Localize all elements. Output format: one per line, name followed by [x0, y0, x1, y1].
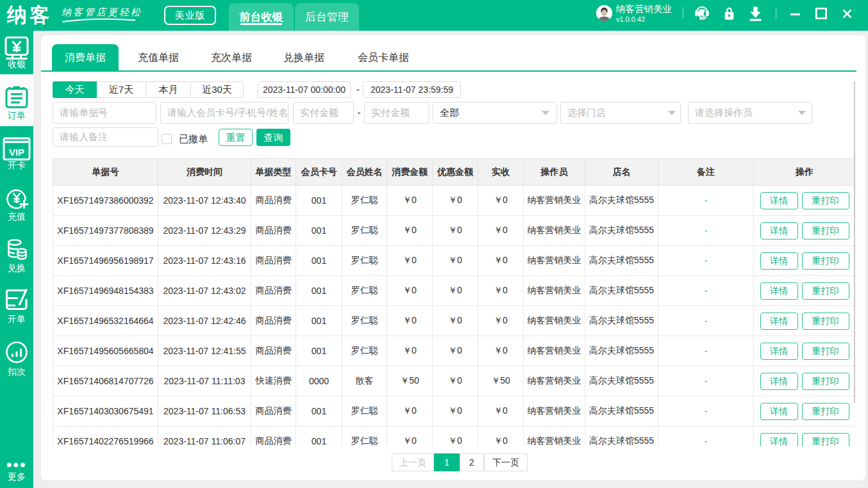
- svg-text:VIP: VIP: [9, 147, 24, 158]
